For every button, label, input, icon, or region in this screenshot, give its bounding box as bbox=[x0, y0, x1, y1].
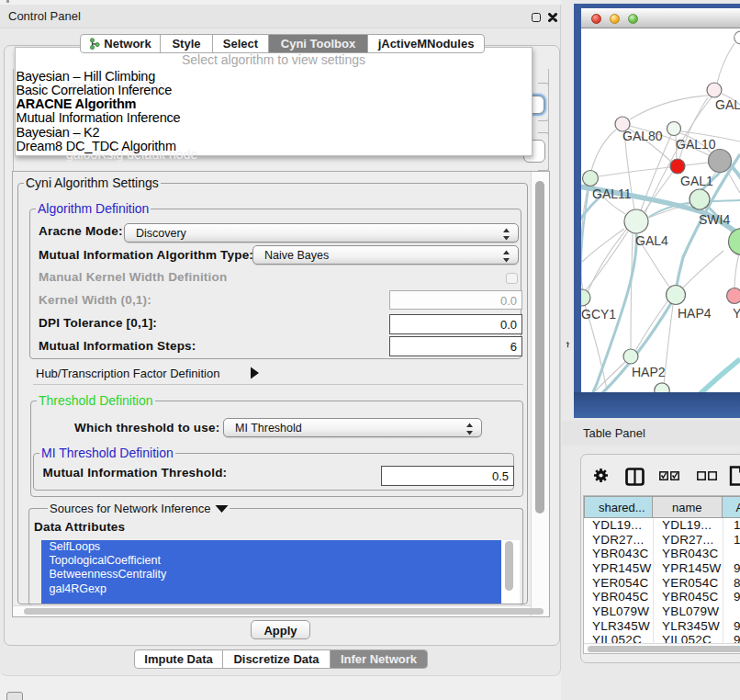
svg-text:GAL80: GAL80 bbox=[622, 129, 663, 143]
svg-text:GAL1: GAL1 bbox=[680, 174, 713, 188]
svg-text:GAL4: GAL4 bbox=[635, 233, 668, 248]
svg-text:GAL11: GAL11 bbox=[592, 186, 632, 201]
svg-text:GAL10: GAL10 bbox=[676, 137, 716, 152]
svg-text:GCY1: GCY1 bbox=[581, 307, 616, 322]
svg-text:HAP2: HAP2 bbox=[632, 365, 666, 379]
svg-text:HAP4: HAP4 bbox=[678, 306, 712, 321]
svg-text:GAL: GAL bbox=[715, 97, 740, 112]
svg-text:SWI4: SWI4 bbox=[699, 212, 730, 227]
svg-text:Y: Y bbox=[733, 306, 740, 321]
